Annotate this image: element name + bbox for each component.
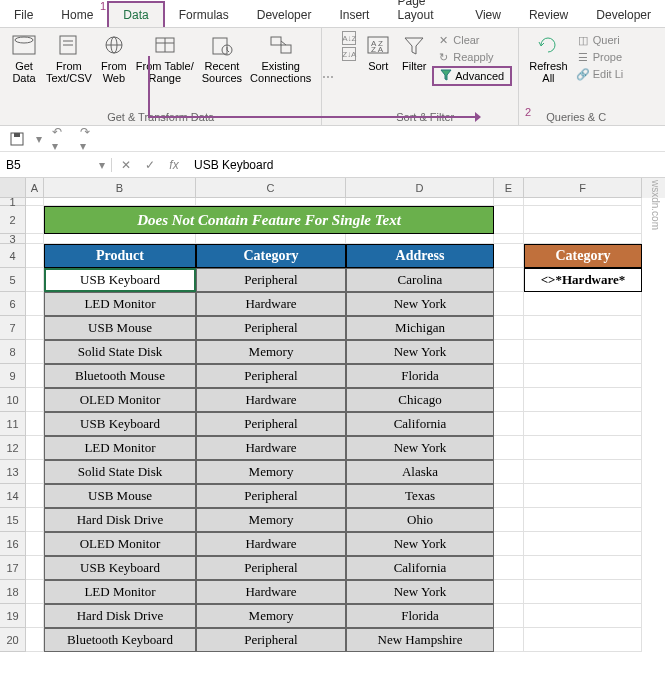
cell[interactable] — [26, 364, 44, 388]
cell[interactable] — [524, 484, 642, 508]
cell-product[interactable]: LED Monitor — [44, 436, 196, 460]
cell-product[interactable]: USB Mouse — [44, 316, 196, 340]
cell[interactable] — [494, 436, 524, 460]
clear-button[interactable]: ✕Clear — [432, 32, 512, 48]
cell[interactable] — [494, 198, 524, 206]
cell[interactable] — [524, 436, 642, 460]
cell-category[interactable]: Peripheral — [196, 628, 346, 652]
reapply-button[interactable]: ↻Reapply — [432, 49, 512, 65]
cell[interactable] — [494, 316, 524, 340]
tab-data[interactable]: Data — [107, 1, 164, 27]
cell-category[interactable]: Peripheral — [196, 556, 346, 580]
cell[interactable] — [494, 244, 524, 268]
tab-developer[interactable]: Developer — [243, 3, 326, 27]
cell-category[interactable]: Hardware — [196, 436, 346, 460]
cell[interactable] — [494, 556, 524, 580]
cell[interactable] — [196, 234, 346, 244]
cell-address[interactable]: Ohio — [346, 508, 494, 532]
cell-address[interactable]: California — [346, 412, 494, 436]
col-header[interactable]: E — [494, 178, 524, 198]
row-header[interactable]: 2 — [0, 206, 26, 234]
row-header[interactable]: 11 — [0, 412, 26, 436]
cell-category[interactable]: Hardware — [196, 292, 346, 316]
cell-product[interactable]: Solid State Disk — [44, 340, 196, 364]
cell[interactable] — [524, 292, 642, 316]
row-header[interactable]: 5 — [0, 268, 26, 292]
row-header[interactable]: 15 — [0, 508, 26, 532]
row-header[interactable]: 16 — [0, 532, 26, 556]
row-header[interactable]: 4 — [0, 244, 26, 268]
cell[interactable] — [494, 388, 524, 412]
cell[interactable] — [494, 412, 524, 436]
cell[interactable] — [494, 484, 524, 508]
row-header[interactable]: 14 — [0, 484, 26, 508]
cell-address[interactable]: New York — [346, 436, 494, 460]
cell[interactable] — [26, 556, 44, 580]
criteria-value[interactable]: <>*Hardware* — [524, 268, 642, 292]
criteria-header[interactable]: Category — [524, 244, 642, 268]
cell[interactable] — [524, 198, 642, 206]
cell-address[interactable]: Florida — [346, 604, 494, 628]
cell[interactable] — [524, 508, 642, 532]
cell[interactable] — [26, 532, 44, 556]
fx-button[interactable]: fx — [164, 155, 184, 175]
cell-category[interactable]: Hardware — [196, 580, 346, 604]
cell-category[interactable]: Hardware — [196, 388, 346, 412]
from-textcsv-button[interactable]: From Text/CSV — [42, 30, 96, 86]
row-header[interactable]: 12 — [0, 436, 26, 460]
cell-category[interactable]: Memory — [196, 604, 346, 628]
existing-connections-button[interactable]: Existing Connections — [246, 30, 315, 86]
cell-address[interactable]: California — [346, 556, 494, 580]
sort-asc-button[interactable]: A↓Z — [338, 30, 360, 46]
cell[interactable] — [524, 556, 642, 580]
cell[interactable] — [26, 316, 44, 340]
cell[interactable] — [26, 268, 44, 292]
cell[interactable] — [26, 412, 44, 436]
header-category[interactable]: Category — [196, 244, 346, 268]
get-data-button[interactable]: Get Data — [6, 30, 42, 86]
cell[interactable] — [524, 580, 642, 604]
tab-formulas[interactable]: Formulas — [165, 3, 243, 27]
formula-input[interactable]: USB Keyboard — [188, 158, 665, 172]
cell-product[interactable]: USB Keyboard — [44, 556, 196, 580]
cell[interactable] — [26, 244, 44, 268]
col-header[interactable]: B — [44, 178, 196, 198]
refresh-all-button[interactable]: Refresh All — [525, 30, 572, 86]
cell[interactable] — [494, 532, 524, 556]
filter-button[interactable]: Filter — [396, 30, 432, 74]
cell-category[interactable]: Memory — [196, 508, 346, 532]
cell[interactable] — [494, 604, 524, 628]
sort-button[interactable]: A ZZ A Sort — [360, 30, 396, 74]
cell[interactable] — [26, 292, 44, 316]
tab-review[interactable]: Review — [515, 3, 582, 27]
save-button[interactable] — [8, 130, 26, 148]
tab-view[interactable]: View — [461, 3, 515, 27]
cell[interactable] — [346, 234, 494, 244]
cell-product[interactable]: Hard Disk Drive — [44, 508, 196, 532]
recent-sources-button[interactable]: Recent Sources — [198, 30, 246, 86]
from-table-button[interactable]: From Table/ Range — [132, 30, 198, 86]
cell[interactable] — [524, 604, 642, 628]
edit-links-button[interactable]: 🔗Edit Li — [572, 66, 628, 82]
cell-product[interactable]: Bluetooth Keyboard — [44, 628, 196, 652]
cell-category[interactable]: Memory — [196, 460, 346, 484]
queries-button[interactable]: ◫Queri — [572, 32, 628, 48]
cell[interactable] — [524, 460, 642, 484]
name-box[interactable]: B5▾ — [0, 158, 112, 172]
tab-home[interactable]: Home — [47, 3, 107, 27]
cell[interactable] — [26, 436, 44, 460]
tab-page-layout[interactable]: Page Layout — [383, 0, 461, 27]
row-header[interactable]: 3 — [0, 234, 26, 244]
cell-address[interactable]: Alaska — [346, 460, 494, 484]
row-header[interactable]: 17 — [0, 556, 26, 580]
cell[interactable] — [26, 628, 44, 652]
col-header[interactable]: C — [196, 178, 346, 198]
row-header[interactable]: 6 — [0, 292, 26, 316]
cell-address[interactable]: Carolina — [346, 268, 494, 292]
cell-category[interactable]: Memory — [196, 340, 346, 364]
cell[interactable] — [524, 628, 642, 652]
cancel-formula-button[interactable]: ✕ — [116, 155, 136, 175]
col-header[interactable]: D — [346, 178, 494, 198]
advanced-filter-button[interactable]: Advanced — [432, 66, 512, 86]
cell[interactable] — [494, 268, 524, 292]
